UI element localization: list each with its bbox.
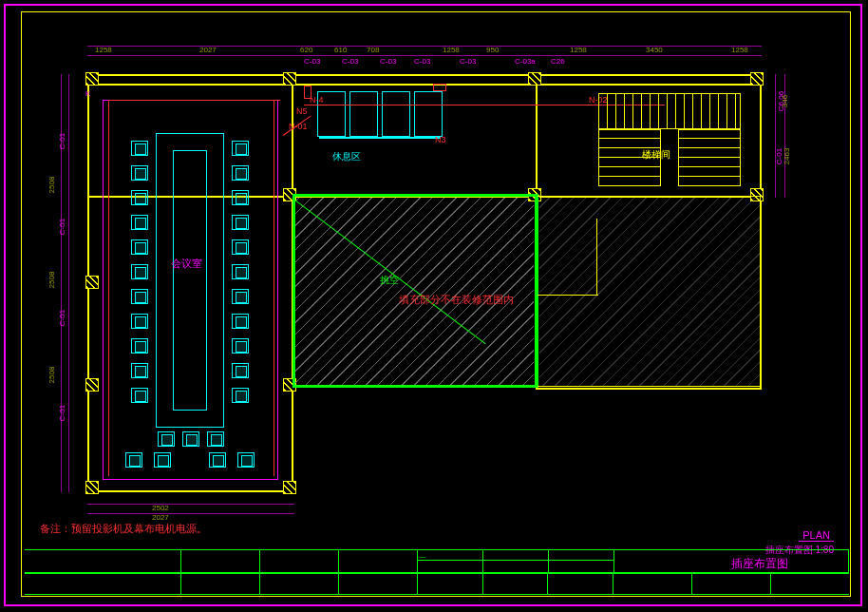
column <box>85 378 99 392</box>
dim-value: 610 <box>334 46 347 54</box>
dim-tag: C-03a <box>515 57 536 66</box>
tb-cell <box>339 550 418 573</box>
dim-value: 708 <box>367 46 379 54</box>
tb-lbl: — <box>418 552 426 561</box>
wiring <box>274 100 274 476</box>
void-note: 填充部分不在装修范围内 <box>399 293 514 307</box>
dim-section: C-01 <box>58 133 66 149</box>
tb-cell <box>260 550 339 573</box>
wire-label: N-01 <box>289 122 308 131</box>
chair <box>232 314 249 329</box>
stair-flight <box>678 129 741 186</box>
dim-value: 1258 <box>95 46 112 54</box>
counter-unit <box>382 91 410 137</box>
chair <box>209 452 226 468</box>
dim-value: 2508 <box>47 367 56 384</box>
floor-plan: 会议室 休息区 N-01 N-02 N3 N-4 N5 楼梯间 挑空 填充部分不… <box>57 29 817 523</box>
tb-cell <box>771 573 849 596</box>
chair <box>154 452 171 468</box>
column <box>283 72 296 86</box>
stairs-landing <box>598 93 741 129</box>
grid-tag: C-03 <box>414 57 430 66</box>
counter-unit <box>414 91 443 137</box>
chair <box>182 431 199 447</box>
dim-line-right <box>775 74 776 198</box>
wiring <box>304 105 456 105</box>
tb-title-cell: 插座布置图 <box>614 550 849 573</box>
dim-section: C-01 <box>58 219 66 235</box>
void-hatch-right <box>539 198 760 386</box>
chair <box>131 190 148 205</box>
dim-value: 2027 <box>199 46 217 54</box>
chair <box>232 264 249 279</box>
chair <box>232 215 249 230</box>
dim-value: 1258 <box>570 46 587 54</box>
chair <box>131 264 148 279</box>
chair <box>158 431 175 447</box>
chair <box>232 165 249 181</box>
dim-value: 3450 <box>646 46 663 54</box>
column <box>528 72 541 86</box>
column <box>85 481 99 494</box>
wire-label: N-4 <box>310 95 324 105</box>
wire-label: N5 <box>296 106 308 116</box>
tb-cell <box>613 573 692 596</box>
tb-cell: — <box>418 550 613 573</box>
chair <box>232 338 249 354</box>
void-divider-r <box>536 194 538 388</box>
wall-top <box>87 74 762 76</box>
wall-top-inner <box>87 84 762 86</box>
chair <box>131 141 148 156</box>
tb-cell <box>339 573 418 596</box>
dim-line-bottom <box>87 504 294 505</box>
dim-value: 1258 <box>443 46 460 54</box>
plan-title-label: PLAN <box>799 529 834 542</box>
chair <box>131 215 148 230</box>
chair <box>131 239 148 255</box>
dim-section: C-01 <box>58 405 66 421</box>
dim-value: 620 <box>300 46 312 54</box>
socket-marker <box>433 84 446 91</box>
title-block: — 插座布置图 <box>25 549 849 595</box>
chair <box>131 289 148 304</box>
chair <box>131 165 148 181</box>
dim-line-bottom-2 <box>87 513 294 514</box>
tb-cell <box>25 550 181 573</box>
column <box>85 72 99 86</box>
dim-value: 2463 <box>783 148 791 165</box>
room-label-stairwell: 楼梯间 <box>642 148 670 162</box>
room-label-rest: 休息区 <box>332 150 361 163</box>
tb-cell <box>260 573 339 596</box>
dim-value: 1258 <box>731 46 748 54</box>
dim-line-left <box>68 74 69 492</box>
wiring <box>109 100 280 101</box>
chair <box>207 431 224 447</box>
tb-cell <box>181 550 260 573</box>
line <box>596 219 597 295</box>
counter-line <box>319 137 441 139</box>
dim-value: 2502 <box>152 504 169 512</box>
tb-cell <box>181 573 260 596</box>
counter-unit <box>349 91 378 137</box>
chair <box>232 388 249 403</box>
chair <box>131 338 148 354</box>
line <box>760 196 761 386</box>
chair <box>131 363 148 378</box>
room-label-conference: 会议室 <box>171 257 202 271</box>
grid-tag: C-03 <box>304 57 320 66</box>
dim-value: 346 <box>781 95 789 107</box>
room-label-void: 挑空 <box>380 274 399 287</box>
dim-value: 2508 <box>47 272 56 289</box>
chair <box>232 190 249 205</box>
chair <box>232 239 249 255</box>
column <box>283 481 296 494</box>
drawing-title: 插座布置图 <box>731 557 788 570</box>
chair <box>131 388 148 403</box>
chair <box>125 452 142 468</box>
conference-table-inner <box>173 150 207 411</box>
drawing-note: 备注：预留投影机及幕布电机电源。 <box>40 522 207 536</box>
dim-value: 950 <box>486 46 499 54</box>
dim-value: 2027 <box>152 513 169 522</box>
line <box>538 196 762 197</box>
wiring <box>108 100 109 476</box>
